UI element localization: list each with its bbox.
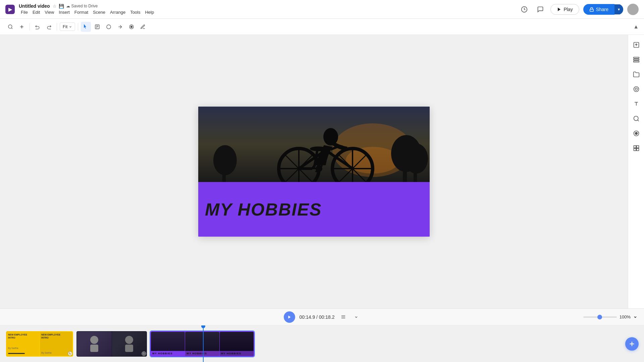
titlebar-right: Play Share ▾ <box>518 3 639 15</box>
svg-marker-62 <box>288 315 291 318</box>
toolbar: Fit ▲ <box>0 19 644 35</box>
svg-rect-60 <box>634 148 636 151</box>
timeline-more-button[interactable] <box>352 312 360 322</box>
menu-help[interactable]: Help <box>143 9 156 15</box>
comment-button[interactable] <box>534 3 546 15</box>
title-icons: ☆ 💾 ☁ Saved to Drive <box>53 4 98 9</box>
app-logo-icon: ▶ <box>8 7 12 12</box>
svg-point-57 <box>635 132 637 135</box>
menu-edit[interactable]: Edit <box>31 9 42 15</box>
timeline-track-area: NEW EMPLOYEEINTRO By Sartha NEW EMPLOYEE… <box>0 325 644 362</box>
svg-point-11 <box>107 25 111 29</box>
zoom-slider[interactable] <box>583 316 617 318</box>
toolbar-separator-2 <box>57 23 57 31</box>
timeline-right-controls: 100% <box>583 314 637 319</box>
add-scene-button[interactable] <box>625 337 639 351</box>
zoom-chevron-icon[interactable] <box>633 315 637 319</box>
svg-rect-23 <box>222 169 226 182</box>
fit-zoom-label: Fit <box>63 24 67 29</box>
template-panel-button[interactable] <box>630 142 642 154</box>
timeline-play-button[interactable] <box>284 311 295 323</box>
circle-draw-button[interactable] <box>104 22 114 32</box>
share-button[interactable]: Share <box>583 4 614 15</box>
canvas-area[interactable]: MY HOBBIES <box>0 35 628 308</box>
pencil-tool-button[interactable] <box>138 22 148 32</box>
text-tool-button[interactable] <box>92 22 102 32</box>
title-bar: ▶ Untitled video ☆ 💾 ☁ Saved to Drive Fi… <box>0 0 644 19</box>
text-panel-button[interactable] <box>630 98 642 110</box>
title-lower-section: MY HOBBIES <box>198 182 430 237</box>
svg-point-14 <box>131 26 132 27</box>
toolbar-separator-1 <box>30 23 30 31</box>
play-label: Play <box>564 7 573 12</box>
share-dropdown-button[interactable]: ▾ <box>614 4 623 14</box>
layers-panel-button[interactable] <box>630 54 642 66</box>
clip-group-yellow[interactable]: NEW EMPLOYEEINTRO By Sartha NEW EMPLOYEE… <box>5 330 74 357</box>
save-local-icon[interactable]: 💾 <box>59 4 64 9</box>
zoom-slider-wrapper <box>583 316 617 318</box>
app-logo: ▶ <box>5 5 15 14</box>
fill-tool-button[interactable] <box>126 22 137 32</box>
share-button-group: Share ▾ <box>583 4 623 15</box>
svg-rect-47 <box>633 57 639 58</box>
saved-to-drive-label: Saved to Drive <box>71 4 98 8</box>
zoom-in-button[interactable] <box>5 22 15 32</box>
svg-point-66 <box>90 336 98 344</box>
menu-view[interactable]: View <box>43 9 56 15</box>
time-display: 00:14.9 / 00:18.2 <box>299 314 334 320</box>
search-panel-button[interactable] <box>630 113 642 125</box>
play-button[interactable]: Play <box>550 4 579 15</box>
svg-point-42 <box>323 128 338 145</box>
canvas-frame: MY HOBBIES <box>198 107 430 237</box>
redo-button[interactable] <box>44 22 54 32</box>
svg-line-4 <box>11 28 12 29</box>
cloud-save-icon: ☁ Saved to Drive <box>66 4 98 8</box>
menu-scene[interactable]: Scene <box>91 9 107 15</box>
undo-button[interactable] <box>33 22 43 32</box>
star-icon[interactable]: ☆ <box>53 4 57 9</box>
cloud-icon: ☁ <box>66 4 70 8</box>
menu-arrange[interactable]: Arrange <box>108 9 127 15</box>
clip-loop-icon-2: ↻ <box>142 351 146 356</box>
menu-format[interactable]: Format <box>72 9 90 15</box>
clip-group-hobbies[interactable]: MY HOBBIES MY HOBBIES MY HOBBIES <box>150 330 255 357</box>
toolbar-separator-3 <box>78 23 78 31</box>
menu-file[interactable]: File <box>19 9 30 15</box>
svg-point-50 <box>635 88 637 90</box>
svg-line-55 <box>637 120 639 121</box>
svg-rect-61 <box>636 148 639 151</box>
playhead <box>203 325 204 362</box>
svg-point-3 <box>8 25 12 28</box>
toolbar-collapse-button[interactable]: ▲ <box>633 24 639 30</box>
main-area: MY HOBBIES <box>0 35 644 308</box>
svg-marker-1 <box>558 7 560 11</box>
svg-rect-48 <box>633 59 639 60</box>
svg-rect-20 <box>403 165 407 182</box>
select-tool-button[interactable] <box>81 22 91 32</box>
right-panel <box>628 35 644 308</box>
upload-panel-button[interactable] <box>630 39 642 51</box>
share-label: Share <box>596 7 608 12</box>
timeline-settings-button[interactable] <box>339 312 348 322</box>
video-section <box>198 107 430 182</box>
title-row: Untitled video ☆ 💾 ☁ Saved to Drive <box>19 3 156 9</box>
add-element-button[interactable] <box>17 22 27 32</box>
clip-group-person[interactable]: ↻ <box>76 330 148 357</box>
svg-rect-59 <box>636 146 639 148</box>
assets-panel-button[interactable] <box>630 83 642 95</box>
user-avatar[interactable] <box>627 4 639 15</box>
svg-rect-67 <box>90 345 98 352</box>
folder-panel-button[interactable] <box>630 68 642 80</box>
svg-rect-58 <box>634 146 636 148</box>
menu-tools[interactable]: Tools <box>128 9 142 15</box>
svg-point-54 <box>634 116 638 121</box>
history-button[interactable] <box>518 3 530 15</box>
timeline-controls: 00:14.9 / 00:18.2 100% <box>0 309 644 325</box>
menu-insert[interactable]: Insert <box>57 9 72 15</box>
video-title[interactable]: Untitled video <box>19 3 50 9</box>
fit-zoom-select[interactable]: Fit <box>60 22 75 31</box>
record-panel-button[interactable] <box>630 127 642 139</box>
clip-loop-icon-1: ↻ <box>68 351 72 356</box>
arrow-draw-button[interactable] <box>115 22 125 32</box>
svg-rect-21 <box>414 169 417 182</box>
